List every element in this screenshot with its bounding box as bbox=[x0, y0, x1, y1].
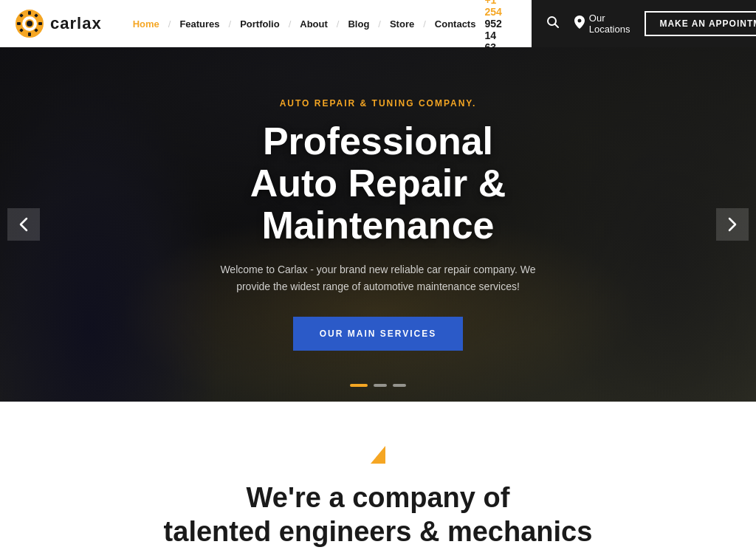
location-pin-icon bbox=[574, 16, 585, 32]
nav-item-about[interactable]: About bbox=[291, 18, 337, 30]
header-left: carlax Home / Features / Portfolio / Abo… bbox=[0, 0, 532, 47]
hero-cta-button[interactable]: OUR MAIN SERVICES bbox=[293, 317, 463, 351]
logo-icon bbox=[15, 9, 44, 38]
header: carlax Home / Features / Portfolio / Abo… bbox=[0, 0, 756, 47]
slider-next-button[interactable] bbox=[716, 208, 749, 241]
nav-item-contacts[interactable]: Contacts bbox=[426, 18, 485, 30]
svg-point-11 bbox=[27, 21, 32, 27]
svg-rect-3 bbox=[28, 11, 31, 15]
nav-item-home[interactable]: Home bbox=[124, 18, 168, 30]
svg-rect-5 bbox=[17, 22, 21, 25]
location-button[interactable]: Our Locations bbox=[574, 13, 630, 35]
about-section: We're a company of talented engineers & … bbox=[0, 402, 756, 550]
svg-line-13 bbox=[554, 24, 558, 27]
hero-subtitle: AUTO REPAIR & TUNING COMPANY. bbox=[134, 98, 622, 109]
slider-dot-1[interactable] bbox=[350, 384, 368, 387]
hero-section: AUTO REPAIR & TUNING COMPANY. Profession… bbox=[0, 47, 756, 402]
slider-dots bbox=[350, 384, 406, 387]
slider-dot-3[interactable] bbox=[393, 384, 406, 387]
hero-content: AUTO REPAIR & TUNING COMPANY. Profession… bbox=[120, 98, 636, 351]
svg-rect-4 bbox=[28, 32, 31, 36]
phone-country-code: +1 254 bbox=[484, 0, 501, 18]
logo-text: carlax bbox=[50, 14, 102, 33]
nav-item-portfolio[interactable]: Portfolio bbox=[231, 18, 288, 30]
logo[interactable]: carlax bbox=[15, 9, 102, 38]
slider-prev-button[interactable] bbox=[7, 208, 40, 241]
header-phone: +1 254 952 14 63 bbox=[484, 0, 501, 53]
hero-title: Professional Auto Repair & Maintenance bbox=[134, 120, 622, 247]
about-title: We're a company of talented engineers & … bbox=[15, 481, 741, 549]
nav-item-features[interactable]: Features bbox=[171, 18, 228, 30]
triangle-icon bbox=[371, 446, 385, 464]
page-wrapper: carlax Home / Features / Portfolio / Abo… bbox=[0, 0, 756, 550]
search-icon[interactable] bbox=[546, 16, 560, 32]
svg-rect-6 bbox=[38, 22, 42, 25]
location-label: Our Locations bbox=[589, 13, 630, 35]
main-nav: Home / Features / Portfolio / About / Bl… bbox=[124, 18, 485, 30]
header-right: Our Locations MAKE AN APPOINTMENT bbox=[532, 0, 756, 47]
slider-dot-2[interactable] bbox=[374, 384, 387, 387]
appointment-button[interactable]: MAKE AN APPOINTMENT bbox=[645, 11, 756, 36]
nav-item-store[interactable]: Store bbox=[381, 18, 423, 30]
nav-item-blog[interactable]: Blog bbox=[339, 18, 378, 30]
hero-description: Welcome to Carlax - your brand new relia… bbox=[208, 261, 548, 295]
